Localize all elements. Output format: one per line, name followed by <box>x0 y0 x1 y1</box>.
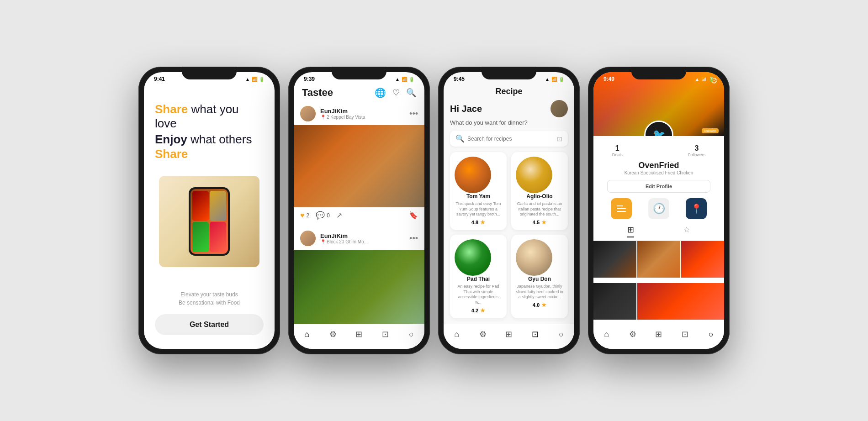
comment-icon: 💬 <box>316 211 325 220</box>
nav-home[interactable]: ⌂ <box>302 329 312 340</box>
recipe-card-aglioolio[interactable]: Aglio-Olio Garlic and oil pasta is an It… <box>511 152 568 230</box>
avatar-img-2 <box>300 231 316 246</box>
username-1[interactable]: EunJiKim <box>320 108 365 115</box>
bookmark-action[interactable]: 🔖 <box>409 211 418 220</box>
recipe-card-padthai[interactable]: Pad Thai An easy recipe for Pad Thai wit… <box>450 235 507 318</box>
edit-profile-button[interactable]: Edit Profile <box>607 180 710 193</box>
stat-followers: 3 Followers <box>688 144 706 157</box>
more-icon-1[interactable]: ••• <box>409 109 418 119</box>
nav-home[interactable]: ⌂ <box>601 329 612 340</box>
bottom-nav-feed: ⌂ ⚙ ⊞ ⊡ ○ <box>294 324 424 349</box>
tab-grid[interactable]: ⊞ <box>627 225 634 237</box>
username-2[interactable]: EunJiKim <box>320 232 368 239</box>
location-1: 📍 2 Keppel Bay Vista <box>320 115 365 120</box>
get-started-button[interactable]: Get Started <box>155 314 264 335</box>
like-action[interactable]: ♥ 2 <box>300 211 309 220</box>
photo-cell-1[interactable] <box>593 241 636 278</box>
share-action[interactable]: ↗ <box>336 211 342 220</box>
photo-cell-2[interactable] <box>637 241 680 278</box>
phone-mockup-area <box>155 171 264 272</box>
nav-recipe[interactable]: ⊡ <box>529 329 540 340</box>
app-name: Tastee <box>302 87 333 99</box>
nav-profile[interactable]: ○ <box>705 329 716 340</box>
wifi-icon: ▲ <box>545 77 550 82</box>
avatar-1 <box>300 106 316 121</box>
rating-value-gyudon: 4.0 <box>533 302 540 308</box>
photo-cell-3[interactable] <box>681 241 724 278</box>
share-highlight: Share <box>155 102 188 116</box>
more-icon-2[interactable]: ••• <box>409 234 418 243</box>
feed-header: Tastee 🌐 ♡ 🔍 <box>294 84 424 102</box>
heart-nav-icon[interactable]: ♡ <box>392 88 400 98</box>
notch <box>631 67 686 79</box>
battery-icon: 🔋 <box>409 77 414 82</box>
tagline-line-2: Enjoy what others Share <box>155 132 264 161</box>
nav-settings[interactable]: ⚙ <box>627 329 638 340</box>
avatar-img-1 <box>300 106 316 121</box>
star-gyudon: ★ <box>541 302 546 308</box>
like-count: 2 <box>307 212 310 219</box>
followers-count: 3 <box>688 144 706 153</box>
recipe-desc-padthai: An easy recipe for Pad Thai with simple … <box>455 284 502 305</box>
pin-icon: 📍 <box>320 115 326 120</box>
restaurant-type: Korean Specialised Fried Chicken <box>593 170 724 175</box>
stat-deals: 1 Deals <box>612 144 623 157</box>
location-2: 📍 Block 20 Ghim Mo... <box>320 239 368 244</box>
nav-add[interactable]: ⊞ <box>503 329 514 340</box>
nav-settings[interactable]: ⚙ <box>328 329 339 340</box>
rating-value-aglioolio: 4.5 <box>533 220 540 225</box>
onboarding-content: Share what you love Enjoy what others Sh… <box>144 84 275 286</box>
search-bar[interactable]: 🔍 ⊡ <box>450 131 568 147</box>
svg-rect-4 <box>617 211 626 212</box>
menu-button[interactable] <box>611 198 632 219</box>
recipe-card-tomyam[interactable]: Tom Yam This quick and easy Tom Yum Soup… <box>450 152 507 230</box>
wifi-icon: ▲ <box>395 77 400 82</box>
post-card-2: EunJiKim 📍 Block 20 Ghim Mo... ••• <box>294 227 424 324</box>
post-image-1 <box>294 125 424 207</box>
status-icons: ▲ 📶 🔋 <box>395 77 414 82</box>
nav-camera[interactable]: ⊡ <box>679 329 690 340</box>
onboarding-footer: Elevate your taste buds Be sensational w… <box>144 286 275 349</box>
search-input[interactable] <box>467 136 557 142</box>
battery-icon: 🔋 <box>709 77 714 82</box>
battery-icon: 🔋 <box>259 77 265 82</box>
globe-icon[interactable]: 🌐 <box>375 87 386 98</box>
search-nav-icon[interactable]: 🔍 <box>406 88 416 98</box>
feed-scroll: EunJiKim 📍 2 Keppel Bay Vista ••• <box>294 102 424 324</box>
recipe-rating-padthai: 4.2 ★ <box>455 307 502 314</box>
recipe-content: Hi Jace What do you want for dinner? 🔍 ⊡… <box>444 98 574 324</box>
subtitle-line2: Be sensational with Food <box>155 299 264 307</box>
recipe-card-gyudon[interactable]: Gyu Don Japanese Gyudon, thinly sliced f… <box>511 235 568 318</box>
chicken-label: chicken <box>702 128 719 133</box>
profile-stats: 1 Deals 3 Followers <box>593 141 724 159</box>
nav-add[interactable]: ⊞ <box>354 329 365 340</box>
bottom-nav-recipe: ⌂ ⚙ ⊞ ⊡ ○ <box>444 324 574 349</box>
recipe-grid: Tom Yam This quick and easy Tom Yum Soup… <box>450 152 568 318</box>
post-image-2 <box>294 250 424 324</box>
avatar-2 <box>300 231 316 246</box>
photo-cell-4[interactable] <box>593 283 636 320</box>
hours-button[interactable]: 🕐 <box>648 198 669 219</box>
post-img-bg-1 <box>294 125 424 207</box>
nav-settings[interactable]: ⚙ <box>477 329 488 340</box>
profile-name-section: OvenFried Korean Specialised Fried Chick… <box>593 159 724 177</box>
tagline2-mid: what others <box>187 132 252 146</box>
status-icons: ▲ 📶 🔋 <box>695 77 714 82</box>
notch <box>182 67 237 79</box>
bottom-nav-profile: ⌂ ⚙ ⊞ ⊡ ○ <box>593 324 724 349</box>
recipe-img-aglioolio <box>516 157 552 193</box>
location-button[interactable]: 📍 <box>686 198 707 219</box>
comment-action[interactable]: 💬 0 <box>316 211 330 220</box>
tab-starred[interactable]: ☆ <box>683 225 690 237</box>
nav-camera[interactable]: ⊡ <box>380 329 391 340</box>
greeting-avatar[interactable] <box>550 100 568 117</box>
nav-profile[interactable]: ○ <box>556 329 566 340</box>
enjoy-text: Enjoy <box>155 132 187 146</box>
signal-icon: 📶 <box>551 77 557 82</box>
nav-profile[interactable]: ○ <box>406 329 417 340</box>
subtitle-line1: Elevate your taste buds <box>155 290 264 299</box>
photo-cell-5[interactable] <box>637 283 724 320</box>
nav-home[interactable]: ⌂ <box>451 329 462 340</box>
nav-add[interactable]: ⊞ <box>653 329 664 340</box>
post-img-bg-2 <box>294 250 424 324</box>
